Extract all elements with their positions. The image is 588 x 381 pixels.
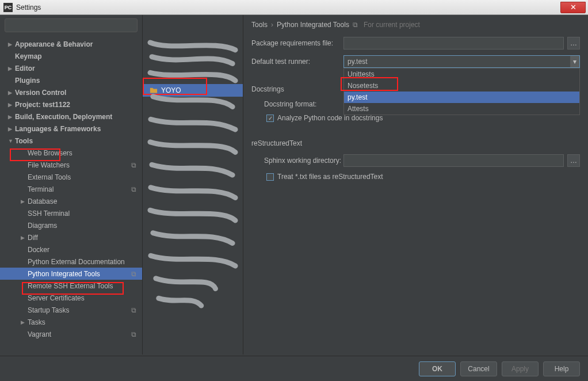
tree-item[interactable]: Vagrant⧉	[0, 328, 142, 340]
tree-item-label: Python Integrated Tools	[28, 270, 100, 278]
browse-pkg-req-button[interactable]: …	[567, 37, 580, 49]
label-pkg-req: Package requirements file:	[251, 39, 343, 47]
tree-item[interactable]: ▶Languages & Frameworks	[0, 123, 142, 135]
chevron-right-icon: ▶	[8, 41, 15, 47]
project-scope-icon: ⧉	[131, 161, 136, 169]
apply-button[interactable]: Apply	[502, 361, 539, 376]
tree-item-label: Tasks	[28, 318, 45, 326]
tree-item[interactable]: Remote SSH External Tools	[0, 280, 142, 292]
tree-item[interactable]: Web Browsers	[0, 147, 142, 159]
tree-item[interactable]: Server Certificates	[0, 292, 142, 304]
tree-item[interactable]: ▶Appearance & Behavior	[0, 38, 142, 50]
project-tree-column: YOYO	[143, 15, 243, 355]
label-docstring-format: Docstring format:	[251, 100, 343, 108]
checkbox-treat-txt[interactable]	[266, 173, 274, 181]
tree-item-label: Docker	[28, 246, 49, 254]
tree-item-label: Terminal	[28, 185, 54, 193]
tree-item-label: Editor	[15, 64, 35, 73]
tree-item[interactable]: Python External Documentation	[0, 256, 142, 268]
tree-item-label: Plugins	[15, 77, 40, 85]
chevron-right-icon: ▶	[8, 66, 15, 71]
tree-item[interactable]: SSH Terminal	[0, 207, 142, 219]
tree-item-label: Diagrams	[28, 222, 57, 230]
tree-item[interactable]: ▶Build, Execution, Deployment	[0, 111, 142, 123]
search-input[interactable]	[5, 18, 138, 32]
label-analyze: Analyze Python code in docstrings	[277, 114, 383, 122]
close-button[interactable]: ✕	[560, 2, 586, 13]
chevron-right-icon: ▶	[21, 235, 28, 241]
tree-item-label: File Watchers	[28, 161, 70, 169]
tree-item[interactable]: File Watchers⧉	[0, 159, 142, 171]
window-title: Settings	[16, 3, 560, 12]
tree-item-label: External Tools	[28, 173, 71, 181]
tree-item[interactable]: Keymap	[0, 50, 142, 62]
tree-item[interactable]: Python Integrated Tools⧉	[0, 268, 142, 280]
combo-default-runner[interactable]: py.test ▾ Unittests Nosetests py.test At…	[343, 55, 580, 68]
tree-item-label: Languages & Frameworks	[15, 125, 101, 133]
tree-item-label: Server Certificates	[28, 294, 85, 302]
titlebar: PC Settings ✕	[0, 0, 588, 15]
tree-item[interactable]: ▶Tasks	[0, 316, 142, 328]
combo-option[interactable]: py.test	[344, 92, 579, 103]
combo-option[interactable]: Nosetests	[344, 80, 579, 92]
tree-item[interactable]: External Tools	[0, 171, 142, 183]
redaction-scribble	[147, 32, 238, 320]
tree-item-label: Version Control	[15, 89, 66, 97]
tree-item-label: Appearance & Behavior	[15, 40, 93, 48]
combo-option[interactable]: Unittests	[344, 68, 579, 80]
tree-item[interactable]: ▼Tools	[0, 135, 142, 147]
tree-item-label: Python External Documentation	[28, 258, 125, 266]
chevron-right-icon: ▶	[8, 114, 15, 120]
tree-item-label: Keymap	[15, 52, 42, 60]
breadcrumb-leaf: Python Integrated Tools	[277, 21, 349, 29]
tree-item[interactable]: ▶Database	[0, 195, 142, 207]
chevron-down-icon: ▼	[8, 138, 15, 144]
project-scope-icon: ⧉	[131, 306, 136, 314]
tree-item-label: Project: test1122	[15, 101, 70, 109]
tree-item[interactable]: ▶Project: test1122	[0, 98, 142, 111]
project-scope-icon: ⧉	[131, 330, 136, 338]
tree-item-label: Web Browsers	[28, 149, 72, 157]
tree-item-label: Vagrant	[28, 330, 51, 338]
tree-item[interactable]: Docker	[0, 243, 142, 256]
tree-item-label: Database	[28, 197, 57, 205]
breadcrumb-hint: For current project	[364, 21, 420, 29]
label-sphinx: Sphinx working directory:	[251, 157, 343, 165]
chevron-right-icon: ▶	[8, 90, 15, 96]
breadcrumb-sep: ›	[271, 21, 273, 29]
tree-item-label: Tools	[15, 137, 33, 145]
input-pkg-req[interactable]	[343, 37, 564, 49]
chevron-right-icon: ▶	[8, 126, 15, 132]
chevron-right-icon: ▶	[21, 319, 28, 325]
tree-item-label: Remote SSH External Tools	[28, 282, 113, 290]
browse-sphinx-button[interactable]: …	[567, 154, 580, 167]
combo-value-runner: py.test	[348, 58, 367, 66]
input-sphinx[interactable]	[343, 154, 564, 167]
tree-item[interactable]: Diagrams	[0, 219, 142, 231]
chevron-right-icon: ▶	[8, 102, 15, 108]
combo-option[interactable]: Attests	[344, 103, 579, 115]
tree-item-label: Diff	[28, 234, 38, 242]
tree-item[interactable]: ▶Version Control	[0, 86, 142, 98]
checkbox-analyze[interactable]: ✓	[266, 115, 274, 122]
ok-button[interactable]: OK	[419, 361, 456, 376]
cancel-button[interactable]: Cancel	[460, 361, 497, 376]
tree-item-label: Startup Tasks	[28, 306, 69, 314]
label-treat-txt: Treat *.txt files as reStructuredText	[277, 173, 383, 181]
help-button[interactable]: Help	[543, 361, 580, 376]
tree-item-label: Build, Execution, Deployment	[15, 113, 112, 121]
chevron-down-icon: ▾	[570, 56, 579, 67]
tree-item[interactable]: ▶Editor	[0, 62, 142, 74]
dialog-footer: OK Cancel Apply Help	[0, 356, 588, 381]
tree-item[interactable]: Plugins	[0, 74, 142, 86]
tree-item[interactable]: Startup Tasks⧉	[0, 304, 142, 316]
chevron-right-icon: ▶	[21, 199, 28, 204]
tree-item[interactable]: Terminal⧉	[0, 183, 142, 195]
main-settings-pane: Tools › Python Integrated Tools ⧉ For cu…	[243, 15, 588, 355]
tree-item-label: SSH Terminal	[28, 209, 70, 218]
breadcrumb-root[interactable]: Tools	[251, 21, 268, 29]
settings-tree[interactable]: ▶Appearance & BehaviorKeymap▶EditorPlugi…	[0, 36, 142, 355]
tree-item[interactable]: ▶Diff	[0, 231, 142, 243]
project-scope-icon: ⧉	[131, 185, 136, 193]
project-scope-icon: ⧉	[131, 270, 136, 278]
